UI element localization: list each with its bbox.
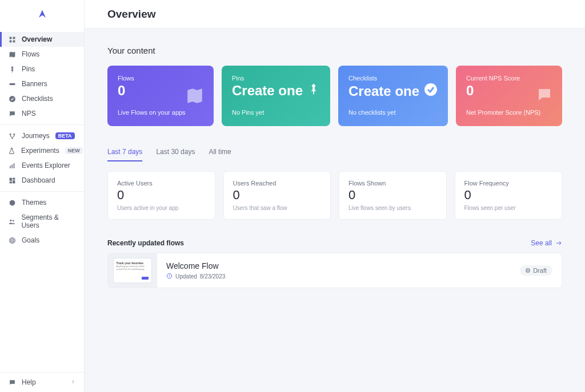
- status-dot-icon: [526, 268, 530, 273]
- flow-name: Welcome Flow: [166, 261, 511, 270]
- stat-value: 0: [348, 188, 437, 203]
- tab-last-30-days[interactable]: Last 30 days: [156, 143, 195, 161]
- flow-thumbnail: Track your favoritesAnything you favorit…: [108, 253, 157, 288]
- time-range-tabs: Last 7 daysLast 30 daysAll time: [107, 143, 562, 162]
- sidebar-item-label: Pins: [22, 65, 35, 73]
- section-title-your-content: Your content: [107, 46, 562, 55]
- flow-updated-date: 8/23/2023: [200, 273, 226, 280]
- svg-rect-3: [13, 40, 15, 42]
- content-card-flows[interactable]: Flows0Live Flows on your apps: [107, 66, 214, 126]
- users-icon: [8, 218, 15, 225]
- sidebar-item-pins[interactable]: Pins: [0, 62, 84, 76]
- stat-label: Flow Frequency: [464, 180, 553, 187]
- stat-value: 0: [117, 188, 206, 203]
- flow-status-badge: Draft: [520, 265, 552, 276]
- check-circle-icon: [8, 95, 16, 103]
- sidebar-item-label: Segments & Users: [21, 213, 76, 229]
- sidebar-item-label: Flows: [22, 50, 39, 58]
- chevron-right-icon: [70, 378, 76, 386]
- sidebar-item-overview[interactable]: Overview: [0, 32, 84, 47]
- stat-subtext: Users that saw a flow: [233, 205, 322, 211]
- card-subtext: Net Promoter Score (NPS): [466, 109, 552, 116]
- sidebar-item-label: Banners: [22, 80, 47, 88]
- svg-rect-9: [10, 165, 11, 168]
- badge-new: NEW: [65, 147, 83, 154]
- sidebar-item-label: Themes: [22, 199, 46, 207]
- sidebar: OverviewFlowsPinsBannersChecklistsNPSJou…: [0, 0, 85, 392]
- content-card-nps[interactable]: Current NPS Score0Net Promoter Score (NP…: [456, 66, 562, 126]
- stat-card-active-users: Active Users0Users active in your app: [107, 171, 215, 220]
- chat-icon: [8, 379, 16, 386]
- flow-updated-prefix: Updated: [175, 273, 197, 280]
- sidebar-item-label: Overview: [22, 35, 52, 43]
- stat-value: 0: [233, 188, 322, 203]
- card-value: Create one: [348, 83, 419, 99]
- sidebar-item-segments-users[interactable]: Segments & Users: [0, 210, 84, 233]
- stat-subtext: Live flows seen by users: [348, 205, 437, 211]
- svg-point-6: [10, 134, 11, 135]
- svg-point-22: [424, 83, 437, 96]
- stat-card-users-reached: Users Reached0Users that saw a flow: [223, 171, 331, 220]
- card-label: Flows: [118, 75, 203, 82]
- page-title: Overview: [107, 8, 156, 21]
- svg-point-7: [13, 134, 14, 135]
- sidebar-item-label: Dashboard: [22, 176, 55, 184]
- sidebar-item-checklists[interactable]: Checklists: [0, 91, 84, 106]
- card-label: Checklists: [348, 75, 438, 82]
- banner-icon: [8, 80, 16, 88]
- header: Overview: [85, 0, 585, 29]
- grid-icon: [8, 36, 16, 43]
- svg-point-18: [13, 220, 14, 221]
- pin-icon: [307, 83, 320, 99]
- sidebar-item-dashboard[interactable]: Dashboard: [0, 173, 84, 188]
- sidebar-item-themes[interactable]: Themes: [0, 195, 84, 210]
- stat-card-flows-shown: Flows Shown0Live flows seen by users: [339, 171, 447, 220]
- sidebar-item-flows[interactable]: Flows: [0, 47, 84, 62]
- svg-rect-14: [13, 180, 15, 183]
- see-all-link[interactable]: See all: [531, 239, 562, 247]
- sidebar-item-label: Checklists: [22, 95, 53, 103]
- stat-subtext: Flows seen per user: [464, 205, 553, 211]
- card-value: 0: [118, 83, 125, 99]
- stat-card-flow-frequency: Flow Frequency0Flows seen per user: [455, 171, 563, 220]
- sidebar-item-label: Help: [22, 378, 36, 386]
- content-card-check[interactable]: ChecklistsCreate oneNo checklists yet: [338, 66, 448, 126]
- svg-rect-13: [13, 177, 15, 179]
- stat-subtext: Users active in your app: [117, 205, 206, 211]
- section-title-recent-flows: Recently updated flows: [107, 239, 184, 247]
- tab-all-time[interactable]: All time: [209, 143, 231, 161]
- flask-icon: [8, 147, 15, 155]
- logo[interactable]: [0, 0, 84, 29]
- sidebar-item-events-explorer[interactable]: Events Explorer: [0, 158, 84, 173]
- card-value: Create one: [232, 83, 303, 99]
- see-all-label: See all: [531, 239, 552, 247]
- palette-icon: [8, 199, 16, 207]
- logo-icon: [37, 9, 47, 19]
- sidebar-item-experiments[interactable]: ExperimentsNEW: [0, 143, 84, 158]
- sidebar-item-banners[interactable]: Banners: [0, 76, 84, 91]
- svg-rect-0: [9, 37, 11, 39]
- arrow-right-icon: [555, 240, 562, 246]
- check-circle-icon: [424, 83, 438, 100]
- sidebar-item-journeys[interactable]: JourneysBETA: [0, 128, 84, 143]
- card-label: Pins: [232, 75, 320, 82]
- flow-row[interactable]: Track your favoritesAnything you favorit…: [107, 253, 562, 288]
- flow-status-label: Draft: [533, 267, 547, 274]
- svg-point-5: [9, 96, 15, 102]
- pin-icon: [8, 66, 16, 73]
- sidebar-item-help[interactable]: Help: [0, 372, 84, 392]
- map-icon: [185, 86, 205, 108]
- svg-rect-10: [11, 164, 13, 168]
- tab-last-7-days[interactable]: Last 7 days: [107, 143, 142, 161]
- chat-icon: [536, 86, 553, 106]
- sidebar-item-nps[interactable]: NPS: [0, 106, 84, 121]
- sidebar-item-label: Events Explorer: [22, 161, 70, 169]
- clock-icon: [166, 273, 173, 280]
- svg-point-21: [11, 240, 12, 240]
- sidebar-item-goals[interactable]: Goals: [0, 233, 84, 248]
- sidebar-item-label: Experiments: [21, 147, 59, 155]
- card-subtext: No checklists yet: [348, 109, 438, 116]
- target-icon: [8, 237, 16, 244]
- card-value: 0: [466, 83, 474, 99]
- content-card-pins[interactable]: PinsCreate oneNo Pins yet: [222, 66, 330, 126]
